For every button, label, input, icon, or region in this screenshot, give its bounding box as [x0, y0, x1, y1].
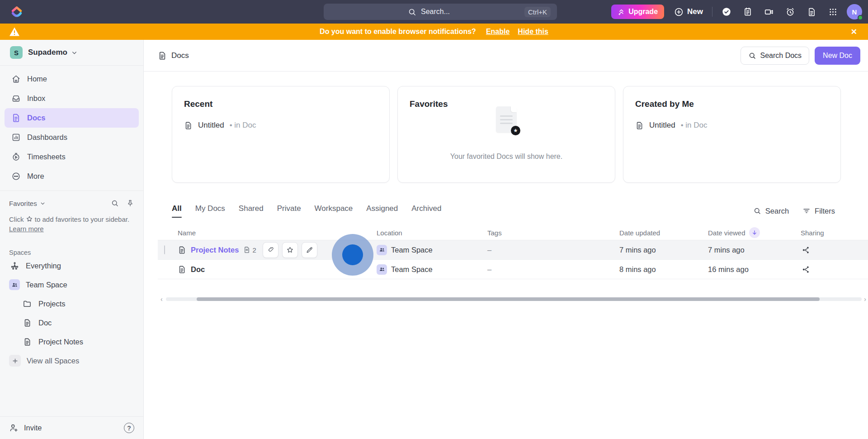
search-docs-button[interactable]: Search Docs: [741, 47, 810, 65]
created-doc-item[interactable]: Untitled • in Doc: [635, 121, 829, 130]
notification-banner: Do you want to enable browser notificati…: [0, 24, 868, 40]
sidebar: S Supademo Home Inbox: [0, 40, 144, 439]
sidebar-item-docs[interactable]: Docs: [5, 108, 139, 128]
scrollbar-thumb[interactable]: [197, 297, 820, 301]
learn-more-link[interactable]: Learn more: [9, 225, 44, 233]
topbar-icons: [722, 7, 838, 17]
column-header-date-updated[interactable]: Date updated: [619, 229, 708, 237]
notepad-icon[interactable]: [743, 7, 753, 17]
sidebar-item-project-notes[interactable]: Project Notes: [5, 332, 139, 351]
view-all-spaces-button[interactable]: View all Spaces: [5, 351, 139, 370]
clickup-logo-icon[interactable]: [10, 5, 24, 19]
scroll-right-icon[interactable]: ›: [864, 296, 866, 303]
new-doc-button[interactable]: New Doc: [815, 47, 860, 65]
search-placeholder: Search...: [421, 8, 450, 16]
favorites-card: Favorites ★ Your favorited Docs will sho…: [397, 86, 615, 183]
sidebar-item-timesheets[interactable]: Timesheets: [5, 147, 139, 167]
spaces-header: Spaces: [5, 249, 139, 256]
plus-icon: [9, 355, 21, 367]
global-search-input[interactable]: Search... Ctrl+K: [324, 4, 557, 20]
help-icon[interactable]: ?: [124, 423, 134, 433]
table-row[interactable]: Doc Team Space – 8 mins ago 16 mins ago: [158, 260, 868, 279]
docs-page-icon: [158, 51, 167, 60]
tab-all[interactable]: All: [172, 204, 182, 218]
column-header-sharing[interactable]: Sharing: [801, 229, 868, 237]
workspace-switcher[interactable]: S Supademo: [0, 40, 143, 66]
everything-icon: [9, 261, 20, 271]
row-actions: [263, 242, 317, 258]
tab-workspace[interactable]: Workspace: [315, 204, 353, 218]
search-shortcut: Ctrl+K: [524, 7, 551, 17]
upgrade-icon: [618, 8, 625, 16]
doc-link[interactable]: Doc: [191, 265, 205, 274]
upgrade-button[interactable]: Upgrade: [611, 5, 664, 19]
sidebar-item-projects[interactable]: Projects: [5, 294, 139, 313]
sidebar-item-doc[interactable]: Doc: [5, 313, 139, 332]
scrollbar-track[interactable]: [166, 297, 862, 301]
hide-banner-link[interactable]: Hide this: [518, 28, 548, 36]
page-count-badge: 2: [243, 246, 256, 254]
invite-button[interactable]: Invite: [9, 423, 42, 433]
favorites-section: Favorites Click to add favorites to your: [0, 191, 143, 234]
column-header-location[interactable]: Location: [377, 229, 487, 237]
share-icon[interactable]: [802, 246, 810, 254]
column-header-tags[interactable]: Tags: [487, 229, 619, 237]
sidebar-item-home[interactable]: Home: [5, 69, 139, 89]
new-button[interactable]: New: [674, 7, 703, 17]
table-search-button[interactable]: Search: [753, 207, 789, 215]
page-title: Docs: [171, 51, 189, 60]
chevron-down-icon: [40, 200, 46, 206]
page-header: Docs Search Docs New Doc: [144, 40, 868, 72]
table-search-label: Search: [765, 207, 789, 215]
recent-doc-item[interactable]: Untitled • in Doc: [184, 121, 377, 130]
plus-circle-icon: [674, 7, 684, 17]
rename-pencil-button[interactable]: [302, 242, 317, 258]
favorite-star-button[interactable]: [282, 242, 298, 258]
favorites-search-icon[interactable]: [111, 199, 119, 207]
favorites-header[interactable]: Favorites: [9, 200, 37, 207]
docs-shortcut-icon[interactable]: [807, 7, 816, 17]
enable-notifications-link[interactable]: Enable: [486, 28, 509, 36]
sidebar-item-label: Docs: [27, 114, 45, 122]
sidebar-item-team-space[interactable]: Team Space: [5, 275, 139, 294]
pin-icon[interactable]: [126, 199, 134, 207]
reminder-clock-icon[interactable]: [785, 7, 795, 17]
column-header-date-viewed[interactable]: Date viewed: [708, 227, 801, 238]
sidebar-item-everything[interactable]: Everything: [5, 256, 139, 275]
apps-grid-icon[interactable]: [828, 7, 838, 17]
sidebar-item-dashboards[interactable]: Dashboards: [5, 128, 139, 147]
share-icon[interactable]: [802, 265, 810, 274]
star-icon: [286, 246, 294, 254]
created-by-me-card: Created by Me Untitled • in Doc: [623, 86, 841, 183]
tags-cell: –: [487, 265, 619, 274]
date-updated-cell: 8 mins ago: [619, 265, 708, 274]
location-cell[interactable]: Team Space: [377, 264, 487, 275]
tab-private[interactable]: Private: [277, 204, 301, 218]
user-avatar[interactable]: N: [847, 4, 862, 19]
tab-assigned[interactable]: Assigned: [366, 204, 398, 218]
filters-button[interactable]: Filters: [802, 207, 835, 215]
row-checkbox[interactable]: [164, 245, 165, 254]
sidebar-item-more[interactable]: More: [5, 167, 139, 186]
column-header-name[interactable]: Name: [178, 229, 377, 237]
scroll-left-icon[interactable]: ‹: [160, 296, 163, 303]
tab-archived[interactable]: Archived: [411, 204, 441, 218]
date-viewed-cell: 16 mins ago: [708, 265, 801, 274]
sidebar-item-inbox[interactable]: Inbox: [5, 89, 139, 108]
doc-icon: [22, 338, 33, 346]
empty-doc-illustration: ★: [496, 106, 517, 133]
online-status-dot: [858, 15, 863, 20]
banner-close-icon[interactable]: ✕: [847, 24, 861, 40]
sort-descending-icon[interactable]: [749, 227, 760, 238]
video-recorder-icon[interactable]: [764, 7, 774, 17]
doc-link[interactable]: Project Notes: [191, 246, 239, 254]
warning-icon: [9, 27, 20, 37]
table-row[interactable]: Project Notes 2: [158, 240, 868, 260]
location-cell[interactable]: Team Space: [377, 245, 487, 255]
tasks-check-icon[interactable]: [722, 7, 731, 17]
inbox-icon: [11, 94, 21, 103]
copy-link-button[interactable]: [263, 242, 278, 258]
tab-shared[interactable]: Shared: [239, 204, 264, 218]
tab-my-docs[interactable]: My Docs: [195, 204, 225, 218]
spaces-section: Spaces Everything Team Space: [0, 249, 143, 370]
